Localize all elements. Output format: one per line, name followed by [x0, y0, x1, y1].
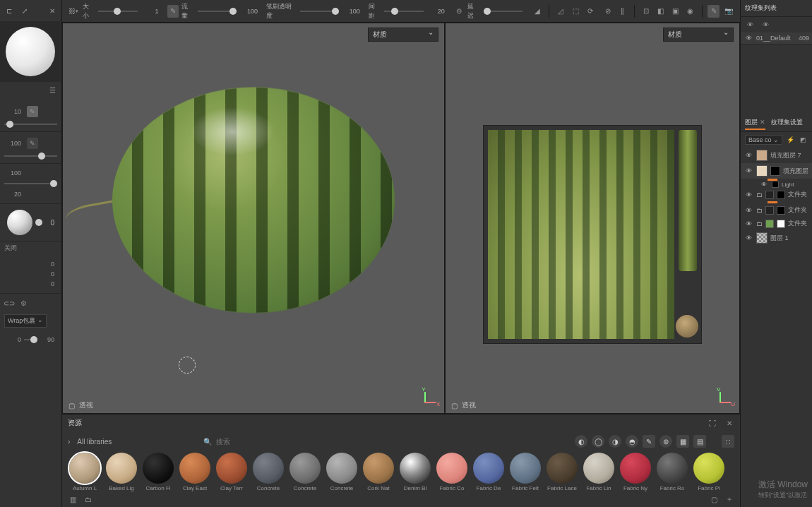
aperture-icon[interactable]: ◉	[684, 5, 696, 18]
pen-icon[interactable]: ✎	[27, 138, 38, 149]
vis-icon[interactable]: 👁	[744, 234, 753, 241]
channel-dropdown[interactable]: Base co⌄	[745, 135, 782, 145]
effects-icon[interactable]: ⚡	[785, 135, 795, 145]
sublayer-light[interactable]: 👁 Light	[741, 181, 812, 188]
filter-material-icon[interactable]: ◯	[592, 435, 604, 448]
visibility-all-icon[interactable]: 👁	[745, 20, 755, 30]
asset-item[interactable]: Clay East	[178, 453, 212, 491]
vis-icon[interactable]: 👁	[744, 207, 753, 214]
filter-smart-icon[interactable]: ◑	[609, 435, 621, 448]
layer-mask-thumb[interactable]	[770, 166, 780, 176]
asset-item[interactable]: Carbon Fi	[141, 453, 175, 491]
layer-folder-3[interactable]: 👁 🗀 文件夹	[741, 217, 812, 230]
vis-icon[interactable]: 👁	[744, 220, 753, 227]
view-tiles-icon[interactable]: ∷	[722, 435, 734, 448]
asset-item[interactable]: Clay Terr	[215, 453, 249, 491]
asset-item[interactable]: Concrete	[251, 453, 285, 491]
viewport-3d[interactable]: 材质 ▢ 透视 Y X	[63, 23, 444, 413]
vis-icon[interactable]: 👁	[744, 191, 753, 198]
wireframe-toggle-2d[interactable]: ▢	[451, 402, 458, 410]
visibility-iso-icon[interactable]: 👁	[760, 20, 770, 30]
tab-texset-settings[interactable]: 纹理集设置	[771, 118, 803, 129]
prop-flow-slider[interactable]	[4, 152, 57, 160]
assets-search-input[interactable]	[216, 438, 301, 446]
flow-slider[interactable]	[198, 7, 237, 16]
asset-item[interactable]: Baked Lig	[105, 453, 138, 491]
layer-1[interactable]: 👁 图层 1	[741, 230, 812, 246]
asset-item[interactable]: Concrete	[288, 453, 322, 491]
layer-fill7[interactable]: 👁 填充图层 7	[741, 148, 812, 163]
cube-icon[interactable]: ◧	[655, 5, 667, 18]
sym-icon[interactable]: ◢	[531, 5, 543, 18]
steady-icon[interactable]: ⊖	[453, 5, 465, 18]
wrap-dropdown[interactable]: Wrap包裹⌄	[4, 314, 47, 328]
prop-opacity-slider[interactable]	[4, 179, 57, 188]
libraries-dropdown[interactable]: All libraries	[77, 438, 112, 446]
pen-icon[interactable]: ✎	[27, 106, 38, 117]
assets-collapse-icon[interactable]: ▢	[709, 494, 719, 504]
assets-maximize-icon[interactable]: ⛶	[707, 418, 717, 428]
assets-folder-icon[interactable]: 🗀	[83, 494, 93, 504]
asset-item[interactable]: Denim Bl	[398, 453, 432, 491]
brush-alpha-preview[interactable]	[7, 210, 32, 235]
gear-icon[interactable]: ⚙	[18, 298, 28, 308]
texset-vis-icon[interactable]: 👁	[744, 35, 753, 42]
asset-item[interactable]: Fabric Lace	[545, 453, 579, 491]
link-icon[interactable]: ⊂⊃	[4, 298, 14, 308]
layer-folder-1[interactable]: 👁 🗀 文件夹	[741, 188, 812, 201]
mirror-x-icon[interactable]: ◿	[555, 5, 567, 18]
vis-icon[interactable]: 👁	[744, 152, 753, 159]
mirror-y-icon[interactable]: ⬚	[570, 5, 582, 18]
asset-item[interactable]: Fabric De	[472, 453, 506, 491]
asset-item[interactable]: Fabric Lin	[582, 453, 616, 491]
layer-fill-active[interactable]: 👁 填充图层	[741, 163, 812, 179]
assets-add-icon[interactable]: ＋	[724, 494, 734, 504]
paint-icon[interactable]: ✎	[707, 5, 720, 18]
target-icon[interactable]: ⊘	[602, 5, 614, 18]
angle-slider[interactable]	[24, 335, 37, 344]
close-icon[interactable]: ✕	[47, 6, 57, 16]
asset-item[interactable]: Concrete	[325, 453, 359, 491]
expand-icon[interactable]: ⤢	[20, 6, 30, 16]
asset-item[interactable]: Cork Nat	[362, 453, 395, 491]
view-grid-icon[interactable]: ▤	[693, 435, 706, 448]
tab-close-icon[interactable]: ✕	[760, 119, 765, 126]
libraries-chevron-icon[interactable]: ›	[68, 438, 70, 446]
asset-item[interactable]: Fabric Pl	[692, 453, 726, 491]
mask-icon[interactable]: ◩	[798, 135, 808, 145]
wireframe-toggle[interactable]: ▢	[68, 402, 75, 410]
opacity-slider[interactable]	[300, 7, 339, 16]
assets-close-icon[interactable]: ✕	[724, 418, 734, 428]
asset-item[interactable]: Fabric Ro	[655, 453, 689, 491]
brush-dropdown-icon[interactable]: ⛓▾	[68, 5, 80, 18]
brush-preview[interactable]	[0, 21, 61, 82]
lazy-slider[interactable]	[484, 7, 523, 16]
settings-lines-icon[interactable]: ☰	[47, 85, 57, 95]
vp2d-shading-dropdown[interactable]: 材质	[663, 28, 734, 42]
viewport-2d[interactable]: 材质 ▢ 透视 V U	[446, 23, 739, 413]
asset-item[interactable]: Autumn L	[68, 453, 102, 491]
spacing-slider[interactable]	[384, 7, 423, 16]
filter-alpha-icon[interactable]: ⊚	[659, 435, 672, 448]
pause-icon[interactable]: ‖	[616, 5, 628, 18]
tab-layers[interactable]: 图层✕	[745, 118, 765, 129]
size-slider[interactable]	[98, 7, 137, 16]
view-grid-small-icon[interactable]: ▦	[676, 435, 689, 448]
ortho-icon[interactable]: ⊡	[640, 5, 652, 18]
asset-item[interactable]: Fabric Felt	[508, 453, 542, 491]
vp3d-shading-dropdown[interactable]: 材质	[368, 28, 438, 42]
filter-all-icon[interactable]: ◐	[575, 435, 587, 448]
vis-icon[interactable]: 👁	[744, 167, 753, 174]
render-icon[interactable]: 📷	[722, 5, 734, 18]
asset-item[interactable]: Fabric Co	[435, 453, 469, 491]
filter-mask-icon[interactable]: ◓	[626, 435, 638, 448]
texset-item[interactable]: 01__Default	[756, 35, 796, 42]
asset-item[interactable]: Fabric Ny	[619, 453, 652, 491]
camera-icon[interactable]: ▣	[669, 5, 681, 18]
alpha-slider[interactable]	[35, 218, 37, 227]
layer-folder-2[interactable]: 👁 🗀 文件夹	[741, 203, 812, 217]
prop-size-slider[interactable]	[4, 120, 57, 129]
pin-icon[interactable]: ⊏	[4, 6, 14, 16]
assets-import-icon[interactable]: ▥	[68, 494, 78, 504]
filter-brush-icon[interactable]: ✎	[643, 435, 655, 448]
